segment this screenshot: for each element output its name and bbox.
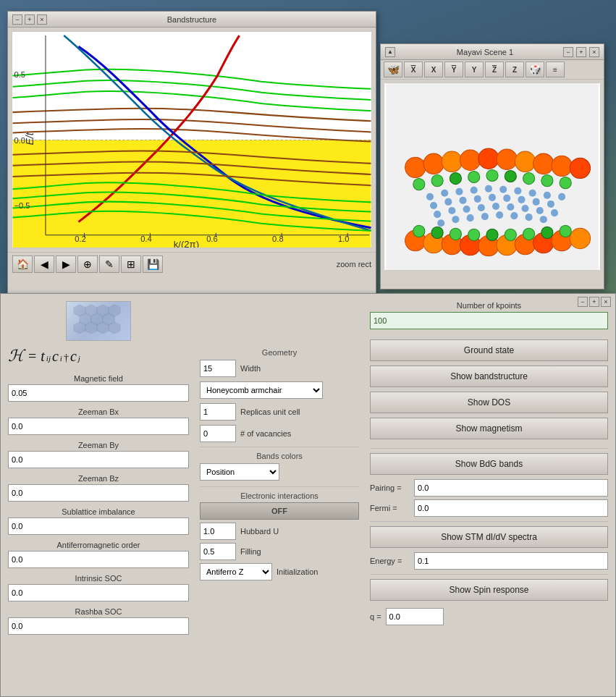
band-close-btn[interactable]: × <box>37 14 47 25</box>
mayavi-window: ▲ Mayavi Scene 1 − + × 🦋 X X Y Y Z Z 🎲 ≡ <box>380 43 604 290</box>
kpoints-input[interactable] <box>370 312 608 329</box>
svg-point-49 <box>452 216 459 223</box>
svg-marker-103 <box>97 322 109 334</box>
q-input[interactable] <box>386 608 444 625</box>
mayavi-logo-btn[interactable]: 🦋 <box>384 62 402 77</box>
svg-point-57 <box>423 153 444 174</box>
hubbard-input[interactable] <box>200 523 236 540</box>
band-minimize-btn[interactable]: − <box>12 14 22 25</box>
mayavi-y1-btn[interactable]: Y <box>444 62 463 77</box>
forward-btn[interactable]: ▶ <box>56 255 76 273</box>
replicas-input[interactable] <box>200 403 236 421</box>
svg-point-66 <box>413 179 425 190</box>
antiferro-input[interactable] <box>8 551 189 568</box>
show-bandstructure-button[interactable]: Show bandstructure <box>370 366 608 387</box>
right-divider2 <box>370 521 608 522</box>
zeeman-bz-input[interactable] <box>8 484 189 502</box>
pairing-input[interactable] <box>414 479 608 497</box>
filling-row: Filling <box>200 543 359 560</box>
save-btn[interactable]: 💾 <box>143 255 163 273</box>
zeeman-bz-group: Zeeman Bz <box>8 474 189 502</box>
antiferro-z-select[interactable]: Antiferro Z Ferro Z Random <box>200 563 272 580</box>
svg-marker-102 <box>85 322 97 334</box>
magnetic-field-input[interactable] <box>8 384 189 402</box>
zeeman-bx-input[interactable] <box>8 418 189 435</box>
mayavi-3d-btn[interactable]: 🎲 <box>526 62 544 77</box>
mayavi-z1-btn[interactable]: Z <box>485 62 504 77</box>
honeycomb-select[interactable]: Honeycomb armchair Honeycomb zigzag Squa… <box>200 381 323 399</box>
position-select[interactable]: Position Spin None <box>200 463 279 481</box>
svg-point-29 <box>558 193 565 200</box>
filling-input[interactable] <box>200 543 236 560</box>
zeeman-bx-group: Zeeman Bx <box>8 407 189 435</box>
sublattice-label: Sublattice imbalance <box>8 507 189 516</box>
rashba-soc-label: Rashba SOC <box>8 607 189 616</box>
hubbard-label: Hubbard U <box>240 527 279 536</box>
show-dos-button[interactable]: Show DOS <box>370 392 608 413</box>
zeeman-by-input[interactable] <box>8 451 189 468</box>
mayavi-x2-btn[interactable]: X <box>424 62 443 77</box>
svg-point-86 <box>431 227 443 238</box>
right-divider1 <box>370 448 608 449</box>
svg-text:0.5: 0.5 <box>14 70 25 79</box>
mayavi-close-btn[interactable]: × <box>589 47 599 57</box>
svg-point-47 <box>551 209 558 216</box>
edit-btn[interactable]: ✎ <box>99 255 119 273</box>
show-bdg-button[interactable]: Show BdG bands <box>370 453 608 475</box>
q-row: q = <box>370 608 608 625</box>
ei-label: Electronic interactions <box>200 491 359 500</box>
main-minimize-btn[interactable]: − <box>578 297 588 307</box>
mayavi-x1-btn[interactable]: X <box>404 62 423 77</box>
width-input[interactable] <box>200 360 236 377</box>
svg-point-72 <box>523 172 534 184</box>
divider1 <box>200 447 359 447</box>
mayavi-min-btn[interactable]: − <box>563 47 573 57</box>
svg-point-32 <box>459 197 466 204</box>
fermi-input[interactable] <box>414 499 608 517</box>
bands-colors-row: Bands colors Position Spin None <box>200 452 359 481</box>
svg-point-40 <box>448 207 455 214</box>
svg-point-90 <box>505 229 516 240</box>
svg-point-23 <box>471 187 478 194</box>
svg-point-64 <box>552 156 572 176</box>
bandstructure-titlebar: − + × Bandstructure <box>8 12 376 28</box>
svg-point-63 <box>533 153 554 174</box>
mayavi-title-btn[interactable]: ▲ <box>385 47 395 57</box>
svg-point-73 <box>541 174 553 186</box>
zoom-fit-btn[interactable]: ⊕ <box>77 255 98 273</box>
rashba-soc-input[interactable] <box>8 617 189 635</box>
svg-point-44 <box>507 203 514 211</box>
divider2 <box>200 486 359 487</box>
mayavi-menu-btn[interactable]: ≡ <box>546 62 565 77</box>
main-close-btn[interactable]: × <box>601 297 611 307</box>
vacancies-label: # of vacancies <box>240 429 291 438</box>
intrinsic-soc-label: Intrinsic SOC <box>8 574 189 583</box>
mayavi-z2-btn[interactable]: Z <box>505 62 524 77</box>
svg-point-46 <box>536 207 544 214</box>
replicas-row: Replicas unit cell <box>200 403 359 421</box>
svg-point-36 <box>518 196 525 203</box>
sublattice-input[interactable] <box>8 518 189 535</box>
ground-state-button[interactable]: Ground state <box>370 339 608 361</box>
back-btn[interactable]: ◀ <box>34 255 54 273</box>
mayavi-y2-btn[interactable]: Y <box>465 62 484 77</box>
intrinsic-soc-input[interactable] <box>8 584 189 601</box>
main-maximize-btn[interactable]: + <box>589 297 599 307</box>
rashba-soc-group: Rashba SOC <box>8 607 189 635</box>
zoom-mode-text: zoom rect <box>337 260 371 269</box>
band-maximize-btn[interactable]: + <box>25 14 35 25</box>
svg-point-89 <box>486 229 498 240</box>
svg-point-39 <box>434 211 441 218</box>
bands-colors-label: Bands colors <box>200 452 359 460</box>
svg-marker-104 <box>109 322 120 334</box>
svg-point-35 <box>503 195 510 202</box>
vacancies-input[interactable] <box>200 425 236 442</box>
show-stm-button[interactable]: Show STM dI/dV spectra <box>370 526 608 548</box>
show-spin-button[interactable]: Show Spin response <box>370 579 608 601</box>
energy-input[interactable] <box>414 552 608 570</box>
home-btn[interactable]: 🏠 <box>12 255 33 273</box>
mayavi-max-btn[interactable]: + <box>576 47 586 57</box>
subplot-btn[interactable]: ⊞ <box>121 255 141 273</box>
show-magnetism-button[interactable]: Show magnetism <box>370 418 608 439</box>
ei-toggle[interactable]: OFF <box>200 502 359 520</box>
